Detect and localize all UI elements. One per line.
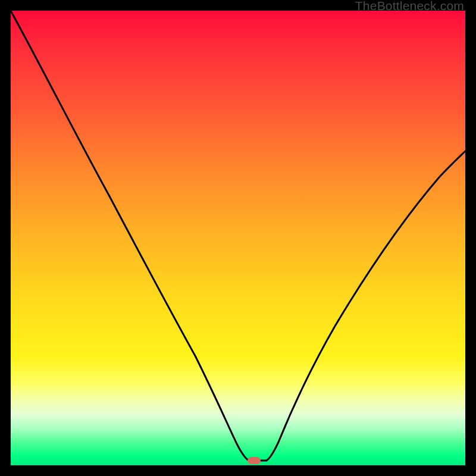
chart-plot-area (11, 11, 465, 465)
min-point-marker (248, 457, 261, 464)
watermark-text: TheBottleneck.com (355, 0, 464, 13)
chart-frame: TheBottleneck.com (0, 0, 476, 476)
